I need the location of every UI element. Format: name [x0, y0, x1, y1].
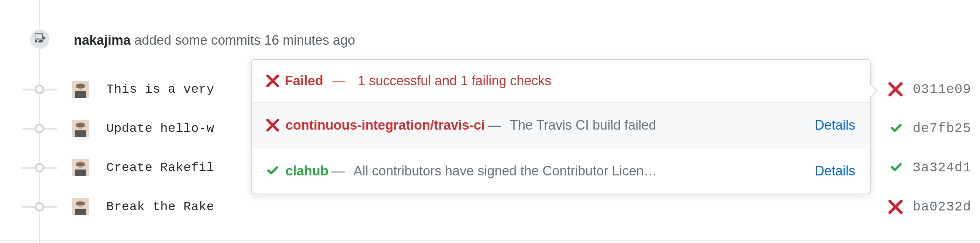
commit-sha[interactable]: de7fb25 [913, 121, 971, 136]
dash-separator: — [488, 117, 501, 133]
avatar[interactable] [72, 159, 89, 176]
check-icon[interactable] [890, 122, 902, 135]
dash-separator: — [332, 73, 345, 89]
svg-rect-6 [76, 123, 85, 127]
x-icon[interactable] [888, 82, 902, 96]
x-icon [266, 75, 279, 87]
svg-rect-3 [75, 91, 86, 98]
svg-rect-15 [75, 209, 86, 215]
details-link[interactable]: Details [815, 117, 855, 133]
header-time: 16 minutes ago [264, 32, 355, 48]
check-description: All contributors have signed the Contrib… [353, 163, 657, 179]
dash-separator: — [331, 163, 345, 179]
status-check-item: continuous-integration/travis-ci — The T… [251, 102, 870, 148]
avatar[interactable] [72, 120, 89, 137]
popover-arrow-icon [870, 83, 877, 98]
commit-dot-icon [35, 202, 44, 212]
x-icon[interactable] [888, 200, 902, 214]
commit-dot-icon [35, 124, 44, 133]
avatar[interactable] [72, 198, 89, 215]
x-icon [266, 119, 279, 131]
commit-sha[interactable]: ba0232d [913, 200, 971, 214]
popover-title: Failed [285, 73, 323, 89]
check-icon[interactable] [890, 161, 902, 174]
svg-rect-14 [76, 201, 85, 205]
commits-badge [29, 28, 51, 50]
details-link[interactable]: Details [815, 163, 855, 179]
svg-rect-7 [75, 130, 86, 137]
commit-dot-icon [35, 85, 44, 94]
commit-message[interactable]: Break the Rake [106, 200, 215, 214]
check-description: The Travis CI build failed [510, 117, 656, 133]
author-link[interactable]: nakajima [74, 32, 130, 48]
commit-message[interactable]: Update hello-w [106, 122, 215, 136]
header-action: added some commits [134, 32, 261, 48]
svg-rect-11 [75, 169, 86, 176]
svg-rect-2 [76, 84, 85, 88]
repo-push-icon [34, 32, 46, 46]
separator [0, 240, 980, 241]
status-popover: Failed — 1 successful and 1 failing chec… [251, 59, 871, 194]
popover-summary: 1 successful and 1 failing checks [358, 73, 551, 89]
commit-message[interactable]: This is a very [106, 82, 215, 96]
commits-header: nakajima added some commits 16 minutes a… [74, 32, 355, 48]
check-context: continuous-integration/travis-ci [286, 117, 485, 133]
status-check-item: clahub — All contributors have signed th… [251, 148, 870, 193]
commit-dot-icon [35, 163, 44, 173]
commit-message[interactable]: Create Rakefil [106, 161, 215, 175]
check-context: clahub [286, 163, 328, 179]
avatar[interactable] [72, 81, 89, 98]
commit-sha[interactable]: 3a324d1 [913, 160, 971, 176]
popover-header: Failed — 1 successful and 1 failing chec… [251, 60, 870, 102]
commit-row: Break the Rake ba0232d [0, 189, 980, 225]
svg-rect-10 [76, 163, 85, 166]
commit-sha[interactable]: 0311e09 [913, 82, 971, 97]
check-icon [266, 165, 279, 177]
